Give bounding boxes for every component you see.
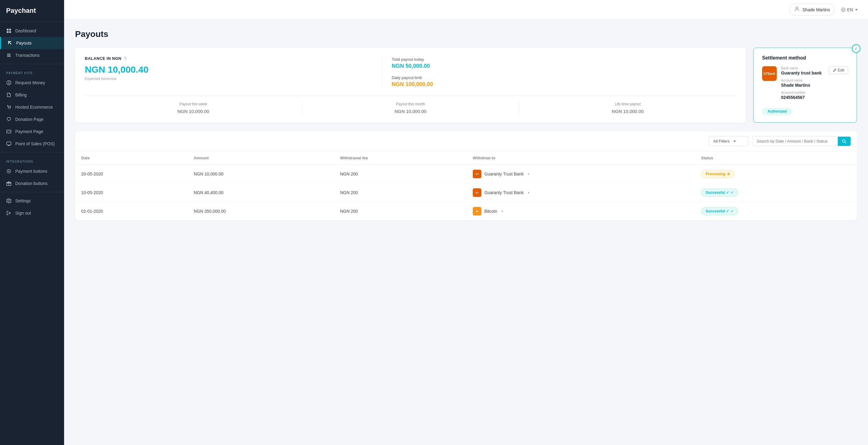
sidebar-item-donation-buttons[interactable]: Donation buttons xyxy=(0,177,64,190)
sidebar-item-dashboard[interactable]: Dashboard xyxy=(0,25,64,37)
svg-rect-6 xyxy=(7,54,11,54)
table-toolbar: All Filters xyxy=(75,131,857,151)
svg-rect-14 xyxy=(7,131,11,132)
arrow-up-icon xyxy=(7,40,12,46)
user-name: Shade Martins xyxy=(802,7,830,12)
settlement-title: Settlement method xyxy=(762,55,848,61)
header: Shade Martins EN xyxy=(64,0,868,20)
bank-icon: B xyxy=(473,207,481,216)
cell-status: Processing ⚙ xyxy=(695,165,857,184)
sidebar-item-billing[interactable]: Billing xyxy=(0,89,64,101)
cell-date: 10-05-2020 xyxy=(75,184,188,202)
sidebar: Paychant Dashboard Payouts Transactions … xyxy=(0,0,64,445)
expected-label: Expected tomorrow xyxy=(85,76,372,81)
cell-bank[interactable]: GT Guaranty Trust Bank ▾ xyxy=(467,184,695,202)
status-badge: Successful ✓ ✓ xyxy=(701,207,738,215)
status-badge: Successful ✓ ✓ xyxy=(701,189,738,196)
grid-icon xyxy=(6,28,11,34)
svg-rect-15 xyxy=(7,142,11,145)
bank-name: Guaranty Trust Bank xyxy=(484,171,523,177)
sidebar-item-payment-page[interactable]: Payment Page xyxy=(0,125,64,138)
main-area: Shade Martins EN Payouts BALANCE IN NGN xyxy=(64,0,868,445)
button-icon xyxy=(6,168,11,174)
svg-rect-2 xyxy=(7,31,8,33)
app-logo: Paychant xyxy=(0,0,64,22)
shopping-cart-icon xyxy=(6,104,11,110)
sidebar-item-request-money[interactable]: $ Request Money xyxy=(0,76,64,89)
page-content: Payouts BALANCE IN NGN NGN 10,000.40 Exp… xyxy=(64,20,868,445)
bank-name: Bitcoin xyxy=(484,209,497,214)
svg-rect-0 xyxy=(7,29,8,31)
sidebar-item-payment-buttons[interactable]: Payment buttons xyxy=(0,165,64,177)
table-row: 02-01-2020 NGN 350,000.00 NGN 200 B Bitc… xyxy=(75,202,857,221)
col-fee: Withdrawal fee xyxy=(334,151,467,165)
svg-point-11 xyxy=(8,108,8,109)
payout-right: Total payout today NGN 50,000.00 Daily p… xyxy=(381,56,736,88)
daily-limit-amount: NGN 100,000.00 xyxy=(392,81,736,88)
daily-limit-label: Daily payout limit xyxy=(392,75,736,80)
cell-fee: NGN 200 xyxy=(334,184,467,202)
dollar-icon: $ xyxy=(6,80,11,86)
sidebar-nav: Dashboard Payouts Transactions PAYMENT K… xyxy=(0,22,64,445)
bank-row: GTBank Bank name Guaranty trust bank Acc… xyxy=(762,66,848,103)
check-icon: ✓ xyxy=(852,44,860,53)
user-badge[interactable]: Shade Martins xyxy=(789,4,834,15)
chevron-down-icon[interactable]: ▾ xyxy=(528,191,530,195)
search-button[interactable] xyxy=(838,137,850,146)
language-label: EN xyxy=(847,7,853,12)
cell-bank[interactable]: GT Guaranty Trust Bank ▾ xyxy=(467,165,695,184)
svg-point-12 xyxy=(10,108,10,109)
filter-select[interactable]: All Filters xyxy=(709,136,748,146)
search-box xyxy=(752,136,851,146)
svg-rect-7 xyxy=(7,55,11,56)
search-input[interactable] xyxy=(752,136,838,146)
sidebar-item-sign-out[interactable]: Sign out xyxy=(0,207,64,219)
heart-icon xyxy=(6,117,11,122)
bank-logo: GTBank xyxy=(762,66,777,81)
status-badge: Processing ⚙ xyxy=(701,170,735,178)
stat-lifetime-payout: Life time payout NGN 10,000.00 xyxy=(519,102,736,114)
sidebar-item-hosted-ecommerce[interactable]: Hosted Ecommerce xyxy=(0,101,64,113)
payouts-table: Date Amount Withdrawal fee Withdraw to S… xyxy=(75,151,857,220)
chevron-down-icon[interactable]: ▾ xyxy=(528,172,530,176)
sidebar-item-settings[interactable]: Settings xyxy=(0,195,64,207)
bank-name: Guaranty Trust Bank xyxy=(484,190,523,195)
sidebar-item-donation-page[interactable]: Donation Page xyxy=(0,113,64,125)
settlement-card: ✓ Settlement method GTBank Bank name Gua… xyxy=(753,47,857,123)
summary-cards: BALANCE IN NGN NGN 10,000.40 Expected to… xyxy=(75,47,857,123)
payment-kits-label: PAYMENT KITS xyxy=(0,67,64,76)
bank-icon: GT xyxy=(473,170,481,178)
list-icon xyxy=(6,53,11,58)
total-payout-label: Total payout today xyxy=(392,57,736,62)
user-icon xyxy=(794,6,800,13)
col-amount: Amount xyxy=(188,151,334,165)
page-title: Payouts xyxy=(75,29,857,39)
total-payout-amount: NGN 50,000.00 xyxy=(392,63,736,69)
edit-button[interactable]: Edit xyxy=(829,66,848,74)
balance-card: BALANCE IN NGN NGN 10,000.40 Expected to… xyxy=(75,47,746,123)
cell-amount: NGN 350,000.00 xyxy=(188,202,334,221)
svg-point-17 xyxy=(8,170,9,172)
col-date: Date xyxy=(75,151,188,165)
balance-stats-row: Payout this week NGN 10,000.00 Payout th… xyxy=(85,96,736,114)
svg-rect-3 xyxy=(9,31,11,33)
cell-amount: NGN 10,000.00 xyxy=(188,165,334,184)
cell-status: Successful ✓ ✓ xyxy=(695,202,857,221)
logout-icon xyxy=(6,210,11,216)
cell-bank[interactable]: B Bitcoin ▾ xyxy=(467,202,695,221)
sidebar-item-pos[interactable]: Point of Sales (POS) xyxy=(0,138,64,150)
language-selector[interactable]: EN xyxy=(841,7,858,12)
svg-point-20 xyxy=(796,7,798,9)
sidebar-item-payouts[interactable]: Payouts xyxy=(0,37,64,49)
credit-card-icon xyxy=(6,129,11,134)
cell-amount: NGN 40,400.00 xyxy=(188,184,334,202)
table-row: 20-05-2020 NGN 10,000.00 NGN 200 GT Guar… xyxy=(75,165,857,184)
stat-payout-week: Payout this week NGN 10,000.00 xyxy=(85,102,302,114)
stat-payout-month: Payout this month NGN 10,000.00 xyxy=(302,102,520,114)
chevron-down-icon[interactable]: ▾ xyxy=(501,210,503,213)
svg-rect-1 xyxy=(9,29,11,31)
gift-icon xyxy=(6,181,11,186)
sidebar-item-transactions[interactable]: Transactions xyxy=(0,49,64,61)
cell-fee: NGN 200 xyxy=(334,165,467,184)
table-row: 10-05-2020 NGN 40,400.00 NGN 200 GT Guar… xyxy=(75,184,857,202)
